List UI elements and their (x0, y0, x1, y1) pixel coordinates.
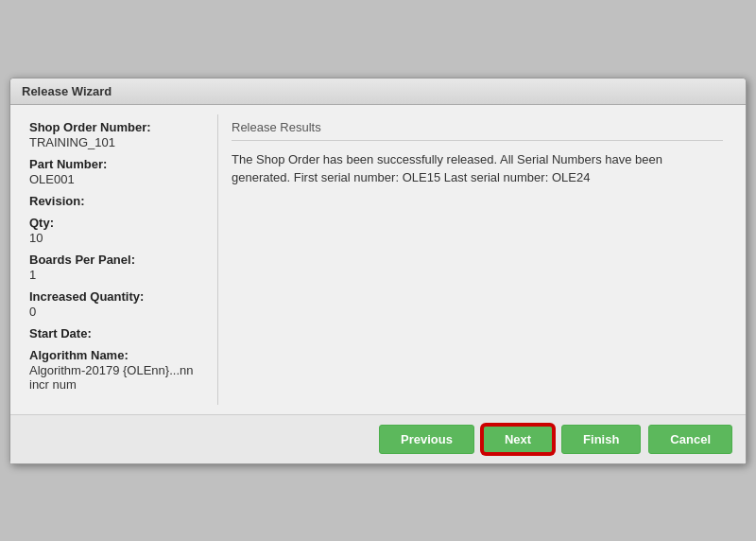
algorithm-name-label: Algorithm Name: (29, 348, 208, 362)
right-panel: Release Results The Shop Order has been … (218, 114, 736, 405)
cancel-button[interactable]: Cancel (648, 425, 732, 454)
previous-button[interactable]: Previous (379, 425, 474, 454)
start-date-label: Start Date: (29, 326, 208, 340)
dialog-content: Shop Order Number: TRAINING_101 Part Num… (10, 105, 746, 414)
qty-field: Qty: 10 (29, 216, 208, 245)
left-panel: Shop Order Number: TRAINING_101 Part Num… (20, 114, 218, 405)
boards-per-panel-label: Boards Per Panel: (29, 253, 208, 267)
increased-qty-value: 0 (29, 305, 208, 319)
shop-order-value: TRAINING_101 (29, 135, 208, 149)
revision-label: Revision: (29, 194, 208, 208)
qty-label: Qty: (29, 216, 208, 230)
boards-per-panel-value: 1 (29, 268, 208, 282)
part-number-label: Part Number: (29, 157, 208, 171)
revision-field: Revision: (29, 194, 208, 208)
algorithm-name-field: Algorithm Name: Algorithm-20179 {OLEnn}.… (29, 348, 208, 392)
finish-button[interactable]: Finish (561, 425, 641, 454)
shop-order-field: Shop Order Number: TRAINING_101 (29, 120, 208, 149)
start-date-field: Start Date: (29, 326, 208, 340)
increased-qty-field: Increased Quantity: 0 (29, 289, 208, 319)
boards-per-panel-field: Boards Per Panel: 1 (29, 253, 208, 282)
dialog-title: Release Wizard (10, 79, 746, 105)
part-number-value: OLE001 (29, 172, 208, 186)
increased-qty-label: Increased Quantity: (29, 289, 208, 304)
qty-value: 10 (29, 231, 208, 245)
results-title: Release Results (232, 120, 723, 141)
next-button[interactable]: Next (482, 425, 554, 454)
release-wizard-dialog: Release Wizard Shop Order Number: TRAINI… (9, 78, 747, 464)
part-number-field: Part Number: OLE001 (29, 157, 208, 186)
dialog-footer: Previous Next Finish Cancel (10, 414, 746, 463)
algorithm-name-value: Algorithm-20179 {OLEnn}...nn incr num (29, 363, 208, 392)
results-message: The Shop Order has been successfully rel… (232, 150, 723, 187)
shop-order-label: Shop Order Number: (29, 120, 208, 134)
